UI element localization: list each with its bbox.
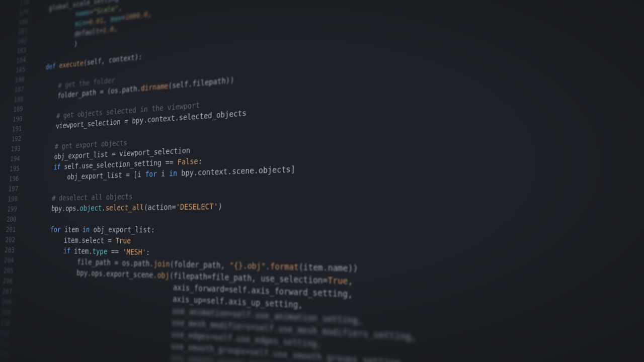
line-number: 208 <box>0 296 12 307</box>
line-number: 196 <box>1 173 19 184</box>
line-number: 212 <box>0 337 10 349</box>
line-number: 199 <box>0 204 17 214</box>
code-area[interactable]: default='Y', ) global_scale_setting = Fl… <box>8 0 644 362</box>
line-number: 191 <box>4 123 22 134</box>
line-number: 195 <box>2 163 20 174</box>
line-number: 209 <box>0 306 11 318</box>
line-number: 211 <box>0 327 10 339</box>
line-number: 205 <box>0 265 14 276</box>
code-editor[interactable]: 1771781791801811821831841851861871881891… <box>0 0 644 362</box>
line-number: 193 <box>3 143 21 154</box>
line-number: 192 <box>3 133 21 144</box>
line-number: 190 <box>5 114 23 125</box>
line-number: 202 <box>0 234 16 245</box>
line-number: 197 <box>0 184 19 194</box>
line-number: 213 <box>0 348 9 360</box>
line-number: 200 <box>0 214 17 224</box>
line-number: 210 <box>0 317 11 328</box>
line-number: 201 <box>0 224 16 234</box>
line-number: 203 <box>0 244 15 255</box>
line-number: 207 <box>0 286 13 297</box>
line-number: 204 <box>0 255 14 265</box>
editor-window: 1771781791801811821831841851861871881891… <box>0 0 644 362</box>
line-number: 198 <box>0 194 18 204</box>
line-number: 206 <box>0 275 13 286</box>
line-number: 194 <box>2 153 21 164</box>
